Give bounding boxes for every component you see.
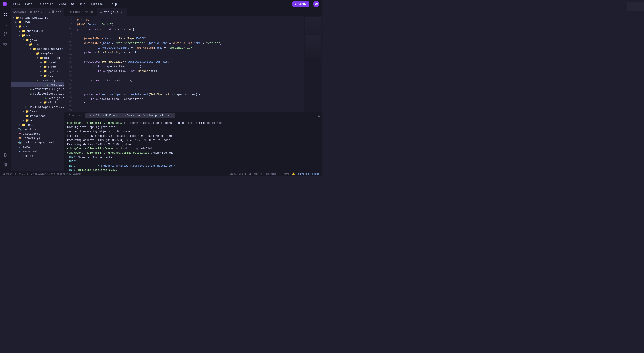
status-position[interactable]: Ln 1, Col 1 (230, 173, 246, 175)
terminal-tab-problems[interactable]: Problems (66, 113, 84, 118)
status-branch[interactable]: ⎇ main (3, 172, 12, 175)
tabs-empty-space (127, 8, 314, 16)
status-language[interactable]: Java (283, 173, 289, 175)
menu-file[interactable]: File (11, 1, 22, 7)
tree-vetcontroller-java[interactable]: ▶ ☕ VetController.java (11, 87, 64, 91)
activity-search[interactable] (1, 20, 10, 28)
avatar[interactable]: JS (313, 1, 319, 7)
code-line-52 (77, 55, 304, 60)
status-tab-size[interactable]: Tab Size: 4 (264, 173, 281, 175)
status-preview-ports[interactable]: ⊕ Preview ports (298, 172, 319, 175)
tree-resources[interactable]: ▶ 📁 resources (11, 114, 64, 118)
menu-help[interactable]: Help (108, 1, 119, 7)
share-button[interactable]: ▶ SHARE (292, 1, 310, 7)
editor-area: Getting Started ☕ Vet.java ✕ (64, 8, 322, 171)
tree-visit[interactable]: ▶ 📁 visit (11, 100, 64, 105)
activity-settings[interactable] (1, 160, 10, 169)
tree-vet[interactable]: ▼ 📁 vet (11, 73, 64, 78)
tree-less[interactable]: ▶ 📁 less (11, 109, 64, 114)
tree-src[interactable]: ▼ 📁 src (11, 24, 64, 29)
tree-mvn[interactable]: ▶ 📁 .mvn (11, 20, 64, 24)
tree-petclinic[interactable]: ▼ 📁 petclinic (11, 56, 64, 60)
refresh-icon[interactable]: ↻ (48, 10, 50, 14)
share-icon: ▶ (296, 2, 297, 6)
svg-point-9 (6, 32, 7, 33)
activity-remote[interactable] (1, 151, 10, 160)
terminal-tab-session[interactable]: cabox@Java-Helloworld: ~/workspace/sprin… (86, 113, 175, 118)
terminal-line-11: [INFO] ------------< org.springframework… (67, 164, 319, 168)
sidebar-header: EXPLORER: WORSKP... ↻ ⧉ ··· (11, 8, 64, 15)
status-sync[interactable]: ↻ (15, 172, 16, 175)
status-activating: ↻ Activating Java Dependency Viewer (31, 172, 82, 175)
wifi-icon: ⊕ (298, 172, 300, 175)
tree-gitignore[interactable]: ▶ ⊗ .gitignore (11, 132, 64, 136)
status-errors[interactable]: ✕ 0 ⚠ 0 (19, 172, 28, 175)
tree-vet-java[interactable]: ▶ ☕ Vet.java (11, 82, 64, 87)
tree-root[interactable]: ▼ 📁 spring-petclinic (11, 15, 64, 20)
tree-model[interactable]: ▶ 📁 model (11, 60, 64, 64)
tree-vetrepository-java[interactable]: ▶ ☕ VetRepository.java (11, 91, 64, 96)
menu-terminal[interactable]: Terminal (88, 1, 107, 7)
terminal-line-7: cabox@Java-Helloworld:~/workspace$ cd sp… (67, 147, 319, 151)
svg-rect-13 (6, 43, 7, 45)
menu-edit[interactable]: Edit (23, 1, 34, 7)
tree-checkstyle[interactable]: ▶ 📁 checkstyle (11, 29, 64, 33)
tree-docker-compose[interactable]: ▶ 🐳 docker-compose.yml (11, 140, 64, 145)
menu-go[interactable]: Go (69, 1, 77, 7)
terminal-close-button[interactable]: ✕ (171, 114, 173, 117)
tree-java-folder[interactable]: ▼ 📁 java (11, 38, 64, 42)
code-line-54: if (this.specialties == null) { (77, 64, 304, 69)
svg-point-5 (4, 23, 6, 25)
code-line-61: this.specialties = specialties; (77, 97, 304, 102)
tree-editorconfig[interactable]: ▶ 🔧 .editorconfig (11, 127, 64, 132)
tree-wro[interactable]: ▶ 📁 wro (11, 118, 64, 123)
notification-icon: 🔔 (292, 172, 295, 175)
tree-mvnw[interactable]: ▶ ▸ mvnw (11, 145, 64, 149)
terminal-line-1: cabox@Java-Helloworld:~/workspace$ git c… (67, 121, 319, 125)
menu-run[interactable]: Run (78, 1, 87, 7)
activity-explorer[interactable] (1, 10, 10, 19)
code-line-62: } (77, 101, 304, 106)
tree-owner[interactable]: ▶ 📁 owner (11, 64, 64, 69)
loading-icon: ↻ (31, 172, 32, 175)
tab-vet-java[interactable]: ☕ Vet.java ✕ (97, 8, 127, 16)
code-content[interactable]: @Entity @Table(name = "vets") public cla… (75, 16, 304, 112)
terminal-line-2: Cloning into 'spring-petclinic'... (67, 125, 319, 130)
terminal-line-8: cabox@Java-Helloworld:~/workspace/spring… (67, 151, 319, 155)
tree-samples[interactable]: ▼ 📁 samples (11, 51, 64, 56)
tree-org[interactable]: ▼ 📁 org (11, 42, 64, 47)
status-bar: ⎇ main ↻ ✕ 0 ⚠ 0 ↻ Activating Java Depen… (0, 171, 322, 176)
tab-close-button[interactable]: ✕ (120, 10, 124, 14)
code-editor[interactable]: 44 45 46 47 48 49 50 51 52 53 54 55 56 5… (64, 16, 304, 112)
tree-travis-yml[interactable]: ▶ ≡ .travis.yml (11, 136, 64, 140)
status-line-ending[interactable]: LF (249, 173, 252, 175)
status-notifications[interactable]: 🔔 (292, 172, 295, 175)
tree-vets-java[interactable]: ▶ ☕ Vets.java (11, 96, 64, 100)
code-line-57: return this.specialties; (77, 78, 304, 83)
status-charset[interactable]: UTF-8 (254, 173, 262, 175)
tab-getting-started[interactable]: Getting Started (64, 8, 97, 16)
tree-main[interactable]: ▼ 📁 main (11, 33, 64, 38)
svg-rect-2 (6, 13, 7, 14)
menu-selection[interactable]: Selection (35, 1, 56, 7)
svg-point-18 (5, 164, 6, 166)
tree-system[interactable]: ▶ 📁 system (11, 69, 64, 73)
code-line-53: protected Set<Specialty> getSpecialtiesI… (77, 60, 304, 64)
code-line-48: @ManyToMany(fetch = FetchType.EAGER) (77, 36, 304, 41)
outline-view-button[interactable] (314, 8, 322, 16)
tree-petclinic-app[interactable]: ▶ ☕ PetClinicApplicati... (11, 105, 64, 109)
menu-view[interactable]: View (56, 1, 68, 7)
more-icon[interactable]: ··· (56, 10, 62, 14)
activity-extensions[interactable] (1, 39, 10, 48)
tree-springframework[interactable]: ▼ 📁 springframework (11, 47, 64, 51)
code-line-56: } (77, 74, 304, 78)
tree-test[interactable]: ▶ 📁 test (11, 123, 64, 127)
tree-specialty-java[interactable]: ▶ ☕ Specialty.java (11, 78, 64, 82)
tree-pom-xml[interactable]: ▶ ⟨⟩ pom.xml (11, 154, 64, 158)
terminal-split-button[interactable]: ⊞ (318, 113, 320, 118)
new-file-icon[interactable]: ⧉ (52, 10, 54, 14)
code-line-51: private Set<Specialty> specialties; (77, 50, 304, 55)
tree-mvnw-cmd[interactable]: ▶ ▸ mvnw.cmd (11, 149, 64, 154)
activity-source-control[interactable] (1, 29, 10, 38)
terminal-content[interactable]: cabox@Java-Helloworld:~/workspace$ git c… (64, 119, 322, 171)
